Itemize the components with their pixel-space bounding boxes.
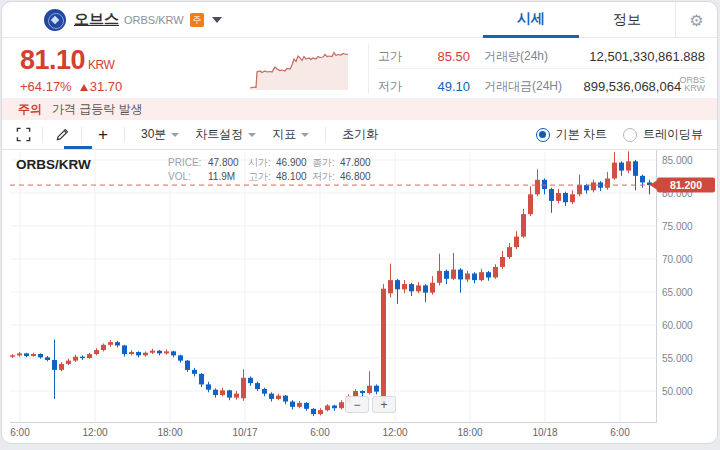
svg-text:18:00: 18:00 [157, 427, 182, 438]
low-label: 저가 [378, 78, 402, 95]
tab-info[interactable]: 정보 [579, 2, 675, 38]
basic-chart-label: 기본 차트 [556, 126, 607, 143]
svg-text:18:00: 18:00 [457, 427, 482, 438]
current-price: 81.10KRW [20, 45, 122, 76]
exchange-coin-page: 오브스 ORBS/KRW 주 시세 정보 ⚙ 81.10KRW +64.17%3… [1, 1, 718, 444]
coin-selector[interactable]: 오브스 ORBS/KRW 주 [2, 9, 222, 31]
high-label: 고가 [378, 48, 402, 65]
toolbar-divider [325, 127, 326, 142]
volume-unit: ORBS [679, 75, 705, 85]
volume-value: 12,501,330,861.888 [589, 49, 705, 64]
svg-text:81.200: 81.200 [670, 179, 702, 191]
volume-label: 거래량(24h) [484, 48, 548, 65]
up-arrow-icon [80, 84, 88, 91]
coin-name: 오브스 [74, 10, 119, 29]
high-value: 85.50 [437, 49, 470, 64]
interval-label: 30분 [141, 126, 166, 143]
price-currency: KRW [88, 58, 114, 72]
toolbar-divider [124, 127, 125, 142]
svg-text:85.000: 85.000 [662, 155, 693, 166]
svg-text:65.000: 65.000 [662, 287, 693, 298]
basic-chart-radio[interactable]: 기본 차트 [536, 126, 607, 143]
toolbar-divider [42, 127, 43, 142]
tab-bar: 시세 정보 [483, 2, 675, 38]
chart-type-radios: 기본 차트 트레이딩뷰 [536, 126, 717, 143]
fullscreen-icon[interactable] [12, 124, 34, 146]
draw-pencil-icon[interactable] [51, 124, 73, 146]
svg-text:75.000: 75.000 [662, 221, 693, 232]
radio-selected-icon [536, 128, 550, 142]
svg-text:60.000: 60.000 [662, 320, 693, 331]
svg-text:55.000: 55.000 [662, 353, 693, 364]
warning-bar: 주의 가격 급등락 발생 [2, 99, 717, 120]
tradingview-radio[interactable]: 트레이딩뷰 [623, 126, 703, 143]
gear-icon[interactable]: ⚙ [689, 11, 703, 30]
interval-dropdown[interactable]: 30분 [141, 126, 179, 143]
chevron-down-icon [248, 133, 256, 137]
candlestick-chart[interactable]: 85.00080.00075.00070.00065.00060.00055.0… [2, 150, 717, 444]
topbar: 오브스 ORBS/KRW 주 시세 정보 ⚙ [2, 2, 717, 38]
svg-text:10/17: 10/17 [232, 427, 257, 438]
indicator-label: 지표 [272, 126, 296, 143]
warning-tag: 주의 [18, 101, 42, 118]
price-summary: 81.10KRW +64.17%31.70 고가 85.50 거래량(24h) … [2, 38, 717, 99]
toolbar-divider [81, 127, 82, 142]
stats-row-low-value: 저가 49.10 거래대금(24H) 899,536,068,064KRW [378, 69, 705, 94]
radio-unselected-icon [623, 128, 637, 142]
chart-info-row: PRICE:47.800시가:46.900종가:47.800 [168, 157, 371, 168]
chart-toolbar: + 30분 차트설정 지표 초기화 기본 차트 트레이딩뷰 [2, 120, 717, 150]
indicator-dropdown[interactable]: 지표 [272, 126, 309, 143]
change-percent: +64.17% [20, 79, 72, 94]
svg-text:6:00: 6:00 [610, 427, 630, 438]
current-price-badge: 81.200 [650, 178, 715, 193]
chart-symbol-label: ORBS/KRW [16, 157, 91, 172]
price-block: 81.10KRW +64.17%31.70 [20, 45, 122, 94]
chart-zoom-control: − + [345, 396, 396, 413]
svg-text:10/18: 10/18 [532, 427, 557, 438]
zoom-out-button[interactable]: − [345, 396, 369, 413]
svg-text:50.000: 50.000 [662, 386, 693, 397]
add-chart-button[interactable]: + [90, 125, 116, 145]
trade-value-number: 899,536,068,064 [584, 79, 682, 94]
zoom-in-button[interactable]: + [372, 396, 396, 413]
tab-price[interactable]: 시세 [483, 2, 579, 38]
chevron-down-icon [301, 133, 309, 137]
coin-pair: ORBS/KRW [124, 14, 184, 26]
low-value: 49.10 [437, 79, 470, 94]
tradingview-label: 트레이딩뷰 [643, 126, 703, 143]
chevron-down-icon[interactable] [212, 17, 222, 23]
svg-text:70.000: 70.000 [662, 254, 693, 265]
chart-settings-dropdown[interactable]: 차트설정 [195, 126, 256, 143]
chart-info-row: VOL:11.9M고가:48.100저가:46.800 [168, 171, 371, 182]
stats-panel: 고가 85.50 거래량(24h) 12,501,330,861.888 ORB… [368, 44, 705, 94]
caution-badge: 주 [190, 13, 204, 27]
change-amount: 31.70 [90, 79, 123, 94]
svg-text:6:00: 6:00 [10, 427, 30, 438]
price-change: +64.17%31.70 [20, 79, 122, 94]
warning-text: 가격 급등락 발생 [52, 101, 143, 118]
chevron-down-icon [171, 133, 179, 137]
chart-settings-label: 차트설정 [195, 126, 243, 143]
svg-text:12:00: 12:00 [82, 427, 107, 438]
coin-logo-icon [44, 9, 66, 31]
active-tool-underline [64, 146, 92, 149]
reset-button[interactable]: 초기화 [342, 126, 378, 143]
price-sparkline [248, 44, 350, 92]
trade-value-label: 거래대금(24H) [484, 78, 562, 95]
settings-cell: ⚙ [675, 2, 717, 38]
svg-text:6:00: 6:00 [310, 427, 330, 438]
svg-text:12:00: 12:00 [382, 427, 407, 438]
price-value: 81.10 [20, 45, 85, 75]
stats-row-high-volume: 고가 85.50 거래량(24h) 12,501,330,861.888 [378, 44, 705, 69]
